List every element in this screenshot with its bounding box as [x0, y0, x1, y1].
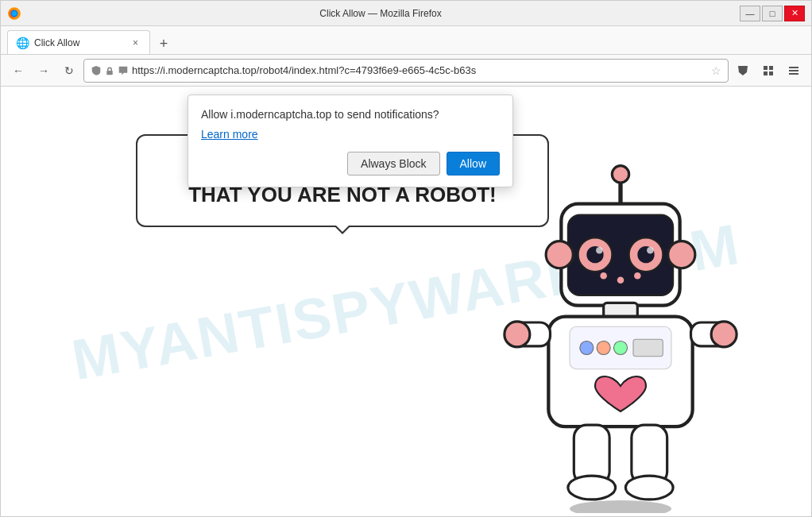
- svg-point-20: [596, 247, 603, 254]
- active-tab[interactable]: 🌐 Click Allow ×: [7, 30, 150, 54]
- reload-button[interactable]: ↻: [58, 60, 80, 82]
- browser-window: Click Allow — Mozilla Firefox — □ ✕ 🌐 Cl…: [0, 0, 812, 517]
- comment-icon: [118, 65, 129, 76]
- svg-rect-33: [633, 339, 663, 356]
- pocket-button[interactable]: [732, 60, 754, 82]
- address-text: https://i.moderncaptcha.top/robot4/index…: [132, 64, 708, 76]
- learn-more-link[interactable]: Learn more: [201, 128, 258, 141]
- svg-point-30: [580, 341, 594, 354]
- maximize-button[interactable]: □: [762, 6, 783, 21]
- notification-popup-question: Allow i.moderncaptcha.top to send notifi…: [201, 108, 500, 121]
- new-tab-button[interactable]: +: [153, 33, 174, 54]
- always-block-button[interactable]: Always Block: [347, 152, 439, 176]
- svg-rect-6: [764, 71, 768, 75]
- svg-point-32: [613, 341, 627, 354]
- svg-point-25: [546, 241, 573, 268]
- tab-favicon: 🌐: [16, 37, 29, 49]
- svg-point-24: [634, 272, 641, 280]
- svg-point-11: [570, 500, 671, 513]
- svg-rect-7: [769, 71, 773, 75]
- svg-point-23: [617, 276, 624, 284]
- bookmark-icon[interactable]: ☆: [711, 64, 721, 77]
- svg-point-40: [568, 476, 616, 500]
- extensions-button[interactable]: [757, 60, 779, 82]
- svg-point-2: [12, 11, 17, 16]
- svg-rect-10: [789, 73, 798, 75]
- svg-point-37: [711, 322, 737, 347]
- svg-rect-5: [769, 66, 773, 70]
- shield-icon: [91, 65, 102, 76]
- title-bar: Click Allow — Mozilla Firefox — □ ✕: [1, 1, 811, 26]
- tab-close-button[interactable]: ×: [130, 36, 141, 50]
- nav-bar: ← → ↻ https://i.moderncaptcha.top/robot4…: [1, 55, 811, 87]
- tab-bar: 🌐 Click Allow × +: [1, 26, 811, 55]
- svg-point-22: [600, 272, 607, 280]
- svg-rect-4: [764, 66, 768, 70]
- menu-button[interactable]: [783, 60, 805, 82]
- close-button[interactable]: ✕: [784, 6, 805, 21]
- svg-rect-9: [789, 70, 798, 71]
- title-bar-controls: — □ ✕: [740, 6, 805, 21]
- minimize-button[interactable]: —: [740, 6, 760, 21]
- firefox-icon: [7, 6, 21, 21]
- svg-rect-8: [789, 67, 798, 68]
- back-button[interactable]: ←: [7, 60, 29, 82]
- notification-popup: Allow i.moderncaptcha.top to send notifi…: [188, 95, 513, 187]
- title-bar-title: Click Allow — Mozilla Firefox: [21, 8, 740, 19]
- svg-point-21: [647, 247, 654, 254]
- notification-popup-buttons: Always Block Allow: [201, 152, 500, 176]
- svg-point-31: [597, 341, 610, 354]
- forward-button[interactable]: →: [33, 60, 55, 82]
- nav-extra-buttons: [732, 60, 805, 82]
- svg-point-36: [505, 322, 530, 347]
- svg-point-13: [612, 166, 628, 183]
- lock-icon: [105, 66, 114, 75]
- svg-point-26: [668, 241, 695, 268]
- page-content: MYANTISPYWARE.COM Allow i.moderncaptcha.…: [1, 87, 811, 516]
- allow-button[interactable]: Allow: [447, 152, 500, 176]
- svg-point-41: [625, 476, 673, 500]
- tab-label: Click Allow: [34, 37, 125, 48]
- title-bar-left: [7, 6, 21, 21]
- svg-rect-3: [106, 71, 113, 75]
- address-bar[interactable]: https://i.moderncaptcha.top/robot4/index…: [83, 59, 729, 83]
